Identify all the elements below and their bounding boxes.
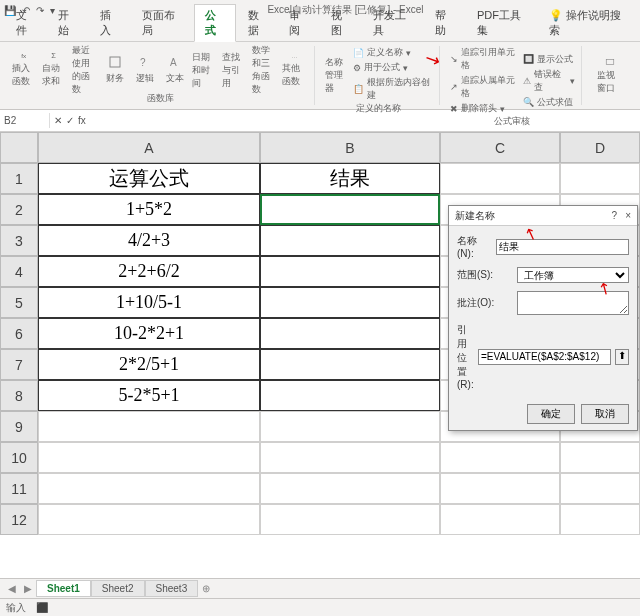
- evaluate-formula-button[interactable]: 🔍 公式求值: [523, 96, 575, 109]
- comment-input[interactable]: [517, 291, 629, 315]
- cell-A4[interactable]: 2+2+6/2: [38, 256, 260, 287]
- cell-C10[interactable]: [440, 442, 560, 473]
- ref-input[interactable]: [478, 349, 611, 365]
- cell-C1[interactable]: [440, 163, 560, 194]
- cell-C12[interactable]: [440, 504, 560, 535]
- show-formulas-button[interactable]: 🔲 显示公式: [523, 53, 575, 66]
- cell-A5[interactable]: 1+10/5-1: [38, 287, 260, 318]
- ref-picker-icon[interactable]: ⬆: [615, 349, 629, 365]
- cell-C11[interactable]: [440, 473, 560, 504]
- row-header-10[interactable]: 10: [0, 442, 38, 473]
- sheet-nav-prev-icon[interactable]: ◀: [4, 583, 20, 594]
- cell-D1[interactable]: [560, 163, 640, 194]
- sheet-tab-3[interactable]: Sheet3: [145, 580, 199, 597]
- autosum-button[interactable]: Σ自动求和: [42, 50, 68, 88]
- sheet-tab-2[interactable]: Sheet2: [91, 580, 145, 597]
- select-all-corner[interactable]: [0, 132, 38, 163]
- cell-A10[interactable]: [38, 442, 260, 473]
- cell-B10[interactable]: [260, 442, 440, 473]
- text-button[interactable]: A文本: [162, 50, 188, 88]
- error-check-button[interactable]: ⚠ 错误检查 ▾: [523, 68, 575, 94]
- dialog-close-icon[interactable]: ×: [625, 210, 631, 221]
- datetime-button[interactable]: 日期和时间: [192, 50, 218, 88]
- row-header-3[interactable]: 3: [0, 225, 38, 256]
- row-header-2[interactable]: 2: [0, 194, 38, 225]
- cell-B6[interactable]: [260, 318, 440, 349]
- tab-review[interactable]: 审阅: [279, 5, 319, 41]
- row-header-11[interactable]: 11: [0, 473, 38, 504]
- row-header-12[interactable]: 12: [0, 504, 38, 535]
- cell-B4[interactable]: [260, 256, 440, 287]
- dialog-help-icon[interactable]: ?: [612, 210, 618, 221]
- name-manager-button[interactable]: 名称管理器: [325, 55, 349, 93]
- define-name-button[interactable]: 📄 定义名称 ▾: [353, 46, 433, 59]
- cell-A2[interactable]: 1+5*2: [38, 194, 260, 225]
- recent-button[interactable]: 最近使用的函数: [72, 50, 98, 88]
- row-header-7[interactable]: 7: [0, 349, 38, 380]
- cell-A3[interactable]: 4/2+3: [38, 225, 260, 256]
- lookup-button[interactable]: 查找与引用: [222, 50, 248, 88]
- tab-data[interactable]: 数据: [238, 5, 278, 41]
- sheet-tab-1[interactable]: Sheet1: [36, 580, 91, 597]
- tab-help[interactable]: 帮助: [425, 5, 465, 41]
- cell-A11[interactable]: [38, 473, 260, 504]
- cell-B11[interactable]: [260, 473, 440, 504]
- enter-icon[interactable]: ✓: [66, 115, 74, 126]
- tab-insert[interactable]: 插入: [90, 5, 130, 41]
- fx-icon[interactable]: fx: [78, 115, 86, 126]
- cell-A7[interactable]: 2*2/5+1: [38, 349, 260, 380]
- create-from-selection-button[interactable]: 📋 根据所选内容创建: [353, 76, 433, 102]
- row-header-1[interactable]: 1: [0, 163, 38, 194]
- trace-dependents-button[interactable]: ↗ 追踪从属单元格: [450, 74, 520, 100]
- cell-D11[interactable]: [560, 473, 640, 504]
- more-functions-button[interactable]: …其他函数: [282, 50, 308, 88]
- tab-home[interactable]: 开始: [48, 5, 88, 41]
- cancel-icon[interactable]: ✕: [54, 115, 62, 126]
- tell-me[interactable]: 💡 操作说明搜索: [539, 5, 634, 41]
- math-button[interactable]: θ数学和三角函数: [252, 50, 278, 88]
- cell-B7[interactable]: [260, 349, 440, 380]
- row-header-9[interactable]: 9: [0, 411, 38, 442]
- name-box[interactable]: B2: [0, 113, 50, 128]
- logical-button[interactable]: ?逻辑: [132, 50, 158, 88]
- tab-file[interactable]: 文件: [6, 5, 46, 41]
- cell-B1[interactable]: 结果: [260, 163, 440, 194]
- watch-window-button[interactable]: 监视窗口: [597, 57, 623, 95]
- sheet-nav-next-icon[interactable]: ▶: [20, 583, 36, 594]
- cell-B2[interactable]: [260, 194, 440, 225]
- trace-precedents-button[interactable]: ↘ 追踪引用单元格: [450, 46, 520, 72]
- cell-A1[interactable]: 运算公式: [38, 163, 260, 194]
- ok-button[interactable]: 确定: [527, 404, 575, 424]
- col-header-C[interactable]: C: [440, 132, 560, 163]
- tab-pdf[interactable]: PDF工具集: [467, 5, 537, 41]
- tab-view[interactable]: 视图: [321, 5, 361, 41]
- financial-button[interactable]: 财务: [102, 50, 128, 88]
- cell-A8[interactable]: 5-2*5+1: [38, 380, 260, 411]
- macro-record-icon[interactable]: ⬛: [36, 602, 48, 613]
- cell-D12[interactable]: [560, 504, 640, 535]
- name-input[interactable]: [496, 239, 629, 255]
- cancel-button[interactable]: 取消: [581, 404, 629, 424]
- col-header-B[interactable]: B: [260, 132, 440, 163]
- row-header-8[interactable]: 8: [0, 380, 38, 411]
- tab-layout[interactable]: 页面布局: [132, 5, 192, 41]
- row-header-5[interactable]: 5: [0, 287, 38, 318]
- cell-D10[interactable]: [560, 442, 640, 473]
- cell-A6[interactable]: 10-2*2+1: [38, 318, 260, 349]
- cell-A12[interactable]: [38, 504, 260, 535]
- cell-B3[interactable]: [260, 225, 440, 256]
- cell-B9[interactable]: [260, 411, 440, 442]
- col-header-A[interactable]: A: [38, 132, 260, 163]
- insert-function-button[interactable]: fx插入函数: [12, 50, 38, 88]
- tab-dev[interactable]: 开发工具: [363, 5, 423, 41]
- use-in-formula-button[interactable]: ⚙ 用于公式 ▾: [353, 61, 433, 74]
- cell-B8[interactable]: [260, 380, 440, 411]
- scope-select[interactable]: 工作簿: [517, 267, 629, 283]
- col-header-D[interactable]: D: [560, 132, 640, 163]
- row-header-6[interactable]: 6: [0, 318, 38, 349]
- cell-B5[interactable]: [260, 287, 440, 318]
- new-sheet-icon[interactable]: ⊕: [198, 583, 214, 594]
- row-header-4[interactable]: 4: [0, 256, 38, 287]
- cell-B12[interactable]: [260, 504, 440, 535]
- tab-formulas[interactable]: 公式: [194, 4, 236, 42]
